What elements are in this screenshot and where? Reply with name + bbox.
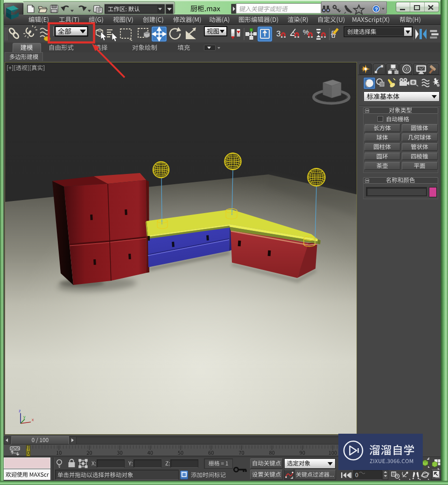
svg-text:0: 0 bbox=[355, 472, 358, 478]
svg-text:y: y bbox=[23, 415, 26, 419]
svg-text:z: z bbox=[19, 409, 21, 413]
svg-text:?: ? bbox=[375, 7, 378, 12]
svg-text:x: x bbox=[32, 417, 34, 422]
svg-text:3: 3 bbox=[276, 29, 280, 38]
